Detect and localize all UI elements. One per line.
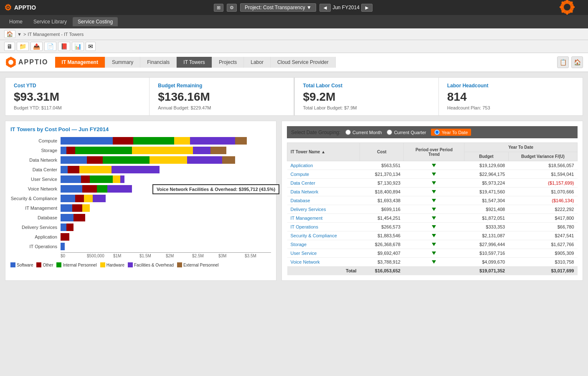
tab-it-management[interactable]: IT Management: [55, 57, 105, 68]
breadcrumb-home-button[interactable]: 🏠: [4, 30, 15, 38]
trend-cell: [404, 170, 464, 179]
tab-financials[interactable]: Financials: [140, 57, 177, 68]
bar-segment[interactable]: [150, 156, 188, 164]
bar-segment[interactable]: [82, 185, 97, 193]
toolbar-folder-btn[interactable]: 📁: [17, 42, 29, 51]
settings-button[interactable]: ⚙: [227, 4, 237, 12]
bar-segment[interactable]: [235, 137, 247, 145]
bar-segment[interactable]: [75, 195, 84, 202]
svg-rect-12: [10, 57, 12, 59]
bar-segment[interactable]: [87, 156, 103, 164]
tab-summary[interactable]: Summary: [105, 57, 140, 68]
tower-name-cell[interactable]: Data Center: [287, 179, 360, 188]
tower-name-cell[interactable]: Database: [287, 196, 360, 205]
bar-segment[interactable]: [187, 156, 222, 164]
header-view-button[interactable]: 📋: [557, 56, 569, 68]
bar-segment[interactable]: [103, 156, 150, 164]
menu-home[interactable]: Home: [4, 17, 28, 26]
bar-segment[interactable]: [61, 147, 66, 154]
header-home-button[interactable]: 🏠: [571, 56, 583, 68]
breadcrumb-arrow-icon: ▼: [17, 32, 22, 37]
bar-segment[interactable]: [84, 195, 93, 202]
bar-segment[interactable]: [61, 204, 72, 212]
tab-labor[interactable]: Labor: [244, 57, 271, 68]
bar-segment[interactable]: [190, 137, 235, 145]
bar-segment[interactable]: [61, 214, 74, 221]
toolbar-pdf-btn[interactable]: 📕: [58, 42, 70, 51]
tower-name-cell[interactable]: Voice Network: [287, 258, 360, 267]
toolbar-export-btn[interactable]: 📤: [30, 42, 43, 51]
toolbar-screen-btn[interactable]: 🖥: [4, 42, 15, 51]
tower-name-cell[interactable]: Data Network: [287, 188, 360, 196]
bar-segment[interactable]: [61, 166, 68, 173]
bar-segment[interactable]: [174, 137, 190, 145]
bar-segment[interactable]: [222, 156, 235, 164]
bar-segment[interactable]: [61, 243, 65, 250]
period-next-button[interactable]: ►: [361, 4, 373, 12]
tower-name-cell[interactable]: Compute: [287, 170, 360, 179]
bar-segment[interactable]: [107, 185, 132, 193]
bar-segment[interactable]: [75, 147, 132, 154]
bar-segment[interactable]: [61, 175, 81, 183]
bar-segment[interactable]: [74, 214, 85, 221]
bar-segment[interactable]: [61, 137, 113, 145]
grid-view-button[interactable]: ⊞: [214, 4, 223, 12]
bar-segment[interactable]: [132, 147, 193, 154]
chart-section: IT Towers by Cost Pool — Jun FY2014 Comp…: [5, 121, 276, 281]
bar-segment[interactable]: [72, 204, 82, 212]
chart-row: Security & Compliance: [10, 194, 271, 203]
chart-row: IT Operations: [10, 242, 271, 251]
legend-item: Hardware: [100, 262, 124, 267]
bar-segment[interactable]: [133, 137, 174, 145]
radio-year-to-date[interactable]: Year To Date: [431, 129, 471, 136]
tower-name-cell[interactable]: IT Operations: [287, 223, 360, 231]
tab-cloud-service-provider[interactable]: Cloud Service Provider: [271, 57, 336, 68]
tower-name-cell[interactable]: User Service: [287, 249, 360, 258]
bar-segment[interactable]: [61, 195, 75, 202]
bar-segment[interactable]: [79, 166, 112, 173]
menu-service-costing[interactable]: Service Costing: [73, 17, 118, 26]
budget-cell: $5,973,224: [464, 179, 508, 188]
top-bar: ⚙ APPTIO ⊞ ⚙ Project: Cost Transparency …: [0, 0, 588, 15]
bar-segment[interactable]: [66, 147, 75, 154]
bar-segment[interactable]: [66, 224, 74, 231]
bar-segment[interactable]: [112, 166, 160, 173]
radio-current-month[interactable]: Current Month: [345, 130, 382, 135]
tower-name-cell[interactable]: IT Management: [287, 214, 360, 223]
tab-it-towers[interactable]: IT Towers: [177, 57, 212, 68]
period-prev-button[interactable]: ◄: [319, 4, 331, 12]
col-tower-name[interactable]: IT Tower Name ▲: [287, 143, 360, 161]
bar-segment[interactable]: [68, 166, 79, 173]
toolbar-email-btn[interactable]: ✉: [86, 42, 96, 51]
tower-name-cell[interactable]: Application: [287, 161, 360, 170]
bar-segment[interactable]: [120, 175, 124, 183]
bar-segment[interactable]: [61, 156, 87, 164]
legend-color: [100, 262, 105, 267]
bar-segment[interactable]: [61, 233, 69, 241]
bar-segment[interactable]: [113, 137, 133, 145]
toolbar-excel-btn[interactable]: 📊: [72, 42, 84, 51]
menu-service-library[interactable]: Service Library: [28, 17, 72, 26]
bar-segment[interactable]: [61, 185, 82, 193]
bar-segment[interactable]: [193, 147, 210, 154]
bar-segment[interactable]: [97, 185, 107, 193]
radio-current-quarter[interactable]: Current Quarter: [387, 130, 426, 135]
bar-segment[interactable]: [82, 204, 89, 212]
tab-projects[interactable]: Projects: [212, 57, 244, 68]
chart-row-label: Compute: [10, 138, 61, 143]
tower-name-cell[interactable]: Delivery Services: [287, 205, 360, 214]
chart-row-label: Database: [10, 215, 61, 220]
tower-name-cell[interactable]: Security & Compliance: [287, 231, 360, 240]
bar-segment[interactable]: [210, 147, 226, 154]
bar-segment[interactable]: [90, 175, 113, 183]
tower-name-cell[interactable]: Storage: [287, 240, 360, 249]
legend-color: [56, 262, 61, 267]
toolbar-doc-btn[interactable]: 📄: [44, 42, 56, 51]
chart-row: Voice NetworkVoice Network Facilities & …: [10, 185, 271, 193]
bar-container: [61, 214, 271, 221]
bar-segment[interactable]: [113, 175, 120, 183]
bar-segment[interactable]: [93, 195, 106, 202]
bar-segment[interactable]: [81, 175, 90, 183]
project-selector-button[interactable]: Project: Cost Transparency ▼: [240, 3, 316, 12]
bar-segment[interactable]: [61, 224, 66, 231]
